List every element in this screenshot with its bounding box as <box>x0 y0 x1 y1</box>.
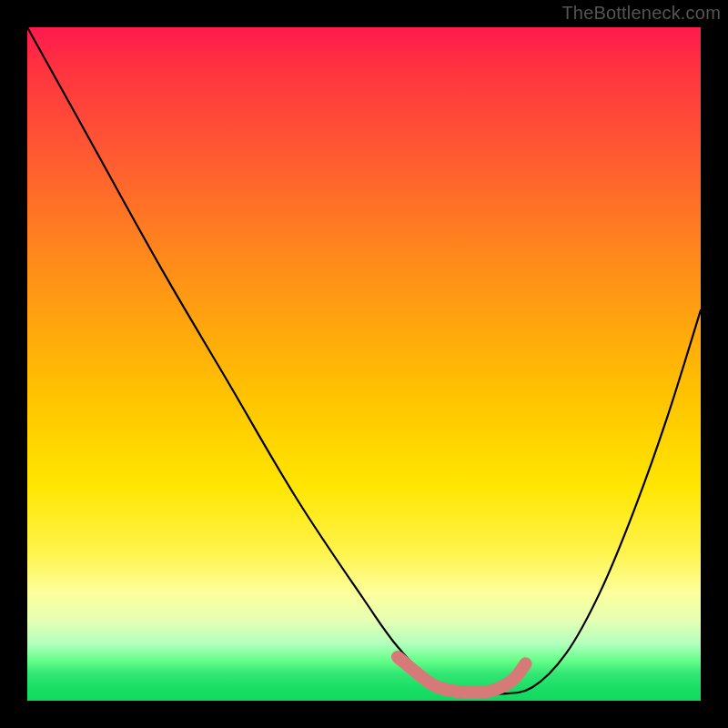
plot-area <box>27 27 701 701</box>
optimal-range-highlight <box>398 657 526 693</box>
bottleneck-curve-line <box>27 27 701 695</box>
chart-frame: TheBottleneck.com <box>0 0 728 728</box>
watermark-text: TheBottleneck.com <box>561 3 721 24</box>
curve-layer <box>27 27 701 701</box>
